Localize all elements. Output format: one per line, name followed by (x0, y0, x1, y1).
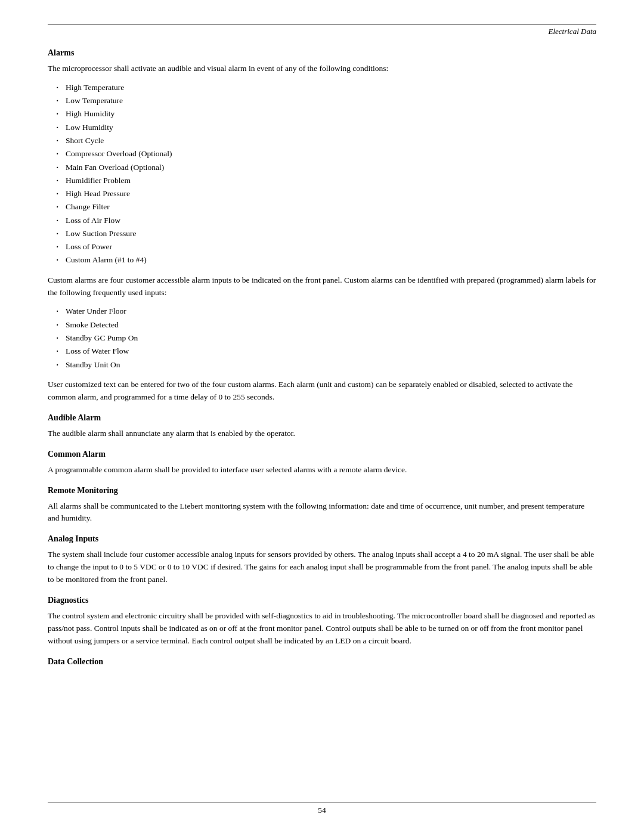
section-common-alarm: Common Alarm A programmable common alarm… (48, 450, 596, 476)
list-item: Water Under Floor (66, 305, 596, 318)
list-item: Loss of Air Flow (66, 214, 596, 227)
list-item: Standby GC Pump On (66, 332, 596, 345)
list-item: High Humidity (66, 107, 596, 120)
list-item: Humidifier Problem (66, 174, 596, 187)
section-analog-inputs: Analog Inputs The system shall include f… (48, 534, 596, 586)
custom-alarms-text: Custom alarms are four customer accessib… (48, 274, 596, 299)
audible-alarm-heading: Audible Alarm (48, 413, 596, 423)
header-section-label: Electrical Data (48, 27, 596, 36)
section-remote-monitoring: Remote Monitoring All alarms shall be co… (48, 486, 596, 525)
list-item: Low Suction Pressure (66, 227, 596, 240)
list-item: Loss of Power (66, 240, 596, 253)
page: Electrical Data Alarms The microprocesso… (0, 0, 644, 833)
section-audible-alarm: Audible Alarm The audible alarm shall an… (48, 413, 596, 440)
list-item: Main Fan Overload (Optional) (66, 161, 596, 174)
list-item: Smoke Detected (66, 318, 596, 332)
list-item: Loss of Water Flow (66, 345, 596, 358)
list-item: Compressor Overload (Optional) (66, 147, 596, 160)
analog-inputs-body: The system shall include four customer a… (48, 549, 596, 586)
list-item: Low Humidity (66, 121, 596, 134)
alarms-list: High Temperature Low Temperature High Hu… (48, 81, 596, 267)
analog-inputs-heading: Analog Inputs (48, 534, 596, 544)
remote-monitoring-body: All alarms shall be communicated to the … (48, 500, 596, 525)
diagnostics-body: The control system and electronic circui… (48, 610, 596, 648)
page-number: 54 (0, 806, 644, 815)
bottom-rule (48, 803, 596, 803)
remote-monitoring-heading: Remote Monitoring (48, 486, 596, 496)
list-item: Short Cycle (66, 134, 596, 147)
section-diagnostics: Diagnostics The control system and elect… (48, 596, 596, 648)
common-alarm-body: A programmable common alarm shall be pro… (48, 464, 596, 476)
section-data-collection: Data Collection (48, 657, 596, 667)
alarms-heading: Alarms (48, 48, 596, 58)
list-item: Low Temperature (66, 94, 596, 107)
list-item: Standby Unit On (66, 358, 596, 371)
data-collection-heading: Data Collection (48, 657, 596, 667)
list-item: High Temperature (66, 81, 596, 94)
section-alarms: Alarms The microprocessor shall activate… (48, 48, 596, 404)
list-item: Custom Alarm (#1 to #4) (66, 253, 596, 267)
list-item: Change Filter (66, 200, 596, 213)
custom-alarms-list: Water Under Floor Smoke Detected Standby… (48, 305, 596, 371)
list-item: High Head Pressure (66, 187, 596, 200)
section-label-text: Electrical Data (548, 27, 596, 36)
audible-alarm-body: The audible alarm shall annunciate any a… (48, 428, 596, 440)
diagnostics-heading: Diagnostics (48, 596, 596, 605)
common-alarm-heading: Common Alarm (48, 450, 596, 459)
top-rule (48, 24, 596, 24)
alarms-intro: The microprocessor shall activate an aud… (48, 63, 596, 75)
user-customized-text: User customized text can be entered for … (48, 379, 596, 404)
